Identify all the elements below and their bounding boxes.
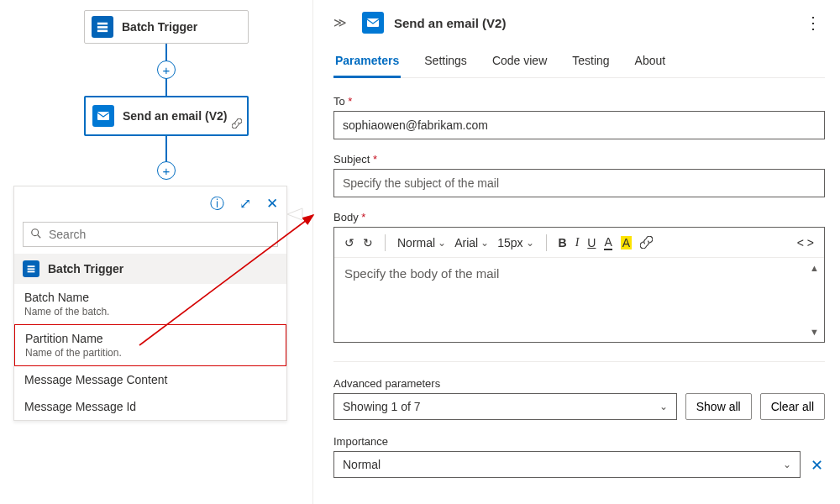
- scroll-down-icon[interactable]: ▼: [810, 327, 819, 337]
- code-icon[interactable]: < >: [797, 236, 814, 249]
- to-input[interactable]: [333, 111, 825, 139]
- chevron-down-icon: ⌄: [659, 401, 668, 412]
- more-icon[interactable]: ⋮: [801, 13, 825, 33]
- size-dropdown[interactable]: 15px ⌄: [497, 236, 533, 249]
- tab-settings[interactable]: Settings: [423, 54, 469, 77]
- dynamic-item-desc: Name of the partition.: [25, 347, 276, 359]
- show-all-button[interactable]: Show all: [685, 393, 752, 420]
- importance-dropdown[interactable]: Normal ⌄: [333, 451, 801, 478]
- action-config-panel: ≫ Send an email (V2) ⋮ Parameters Settin…: [312, 0, 840, 504]
- outlook-icon: [92, 105, 114, 127]
- link-icon[interactable]: [640, 236, 653, 249]
- section-label: Batch Trigger: [48, 262, 123, 276]
- svg-rect-2: [97, 30, 108, 33]
- dynamic-content-section-header: Batch Trigger: [14, 254, 286, 284]
- svg-rect-3: [97, 112, 109, 120]
- svg-rect-0: [97, 23, 108, 25]
- info-icon[interactable]: ⓘ: [210, 194, 224, 213]
- chevron-down-icon: ⌄: [526, 237, 534, 249]
- italic-icon[interactable]: I: [575, 236, 580, 249]
- tab-about[interactable]: About: [633, 54, 668, 77]
- svg-rect-12: [367, 18, 379, 27]
- close-icon[interactable]: ✕: [266, 195, 278, 213]
- flow-node-label: Batch Trigger: [122, 20, 197, 34]
- adv-params-value: Showing 1 of 7: [343, 400, 421, 413]
- outlook-icon: [362, 12, 384, 34]
- dynamic-item-title: Batch Name: [24, 291, 276, 304]
- designer-canvas: Batch Trigger + Send an email (V2) + ⓘ ⤢…: [0, 0, 311, 504]
- svg-line-5: [38, 234, 41, 238]
- flow-node-send-email[interactable]: Send an email (V2): [84, 96, 249, 136]
- expand-icon[interactable]: ⤢: [239, 195, 251, 213]
- body-placeholder: Specify the body of the mail: [344, 266, 499, 281]
- dynamic-item-message-id[interactable]: Message Message Id: [14, 393, 286, 420]
- body-textarea[interactable]: Specify the body of the mail ▲ ▼: [334, 258, 824, 342]
- svg-rect-7: [28, 268, 35, 270]
- dynamic-item-desc: Name of the batch.: [24, 306, 276, 318]
- batch-trigger-icon: [23, 260, 39, 277]
- redo-icon[interactable]: ↻: [363, 236, 373, 249]
- search-input[interactable]: [49, 228, 270, 241]
- dynamic-content-search[interactable]: [23, 222, 278, 247]
- add-action-button[interactable]: +: [157, 60, 176, 79]
- highlight-icon[interactable]: A: [621, 236, 632, 249]
- panel-tabs: Parameters Settings Code view Testing Ab…: [333, 54, 825, 78]
- collapse-icon[interactable]: ≫: [333, 15, 347, 30]
- body-label: Body: [333, 211, 825, 223]
- font-color-icon[interactable]: A: [604, 235, 612, 250]
- panel-header: ≫ Send an email (V2) ⋮: [333, 12, 825, 34]
- tab-testing[interactable]: Testing: [570, 54, 611, 77]
- svg-rect-8: [28, 271, 35, 273]
- panel-title: Send an email (V2): [394, 16, 801, 30]
- importance-value: Normal: [343, 458, 381, 471]
- add-action-button[interactable]: +: [157, 161, 176, 180]
- tab-parameters[interactable]: Parameters: [333, 54, 401, 78]
- svg-rect-1: [97, 26, 108, 29]
- bold-icon[interactable]: B: [559, 236, 567, 249]
- separator: [546, 234, 547, 251]
- dynamic-content-toolbar: ⓘ ⤢ ✕: [14, 186, 286, 220]
- flow-node-trigger[interactable]: Batch Trigger: [84, 10, 249, 44]
- to-label: To: [333, 95, 825, 108]
- font-dropdown[interactable]: Arial ⌄: [454, 236, 489, 249]
- dynamic-item-message-content[interactable]: Message Message Content: [14, 366, 286, 393]
- search-icon: [30, 228, 42, 242]
- subject-input[interactable]: [333, 169, 825, 197]
- remove-param-icon[interactable]: ✕: [809, 453, 825, 478]
- divider: [333, 361, 825, 362]
- body-editor: ↺ ↻ Normal ⌄ Arial ⌄ 15px ⌄ B I U A A < …: [333, 227, 825, 343]
- separator: [385, 234, 386, 251]
- connector-line: [165, 136, 167, 161]
- dynamic-item-title: Partition Name: [25, 332, 276, 345]
- clear-all-button[interactable]: Clear all: [760, 393, 825, 420]
- chevron-down-icon: ⌄: [783, 459, 791, 470]
- subject-label: Subject: [333, 153, 825, 165]
- batch-trigger-icon: [92, 16, 113, 38]
- svg-point-4: [32, 228, 39, 235]
- undo-icon[interactable]: ↺: [344, 236, 354, 249]
- svg-rect-6: [28, 265, 35, 267]
- importance-label: Importance: [333, 435, 825, 448]
- scroll-up-icon[interactable]: ▲: [810, 263, 819, 273]
- editor-toolbar: ↺ ↻ Normal ⌄ Arial ⌄ 15px ⌄ B I U A A < …: [334, 228, 824, 258]
- style-dropdown[interactable]: Normal ⌄: [397, 236, 446, 249]
- underline-icon[interactable]: U: [587, 236, 596, 249]
- dynamic-item-batch-name[interactable]: Batch Name Name of the batch.: [14, 284, 286, 324]
- adv-params-dropdown[interactable]: Showing 1 of 7 ⌄: [333, 393, 677, 420]
- link-icon: [232, 118, 242, 131]
- dynamic-item-partition-name[interactable]: Partition Name Name of the partition.: [14, 324, 286, 366]
- flow-node-label: Send an email (V2): [123, 109, 227, 123]
- adv-label: Advanced parameters: [333, 377, 825, 390]
- tab-codeview[interactable]: Code view: [491, 54, 549, 77]
- dynamic-item-title: Message Message Id: [24, 400, 276, 413]
- dynamic-item-title: Message Message Content: [24, 373, 276, 386]
- dynamic-content-panel: ⓘ ⤢ ✕ Batch Trigger Batch Name Name of t…: [13, 186, 287, 421]
- chevron-down-icon: ⌄: [480, 237, 489, 249]
- chevron-down-icon: ⌄: [438, 237, 446, 249]
